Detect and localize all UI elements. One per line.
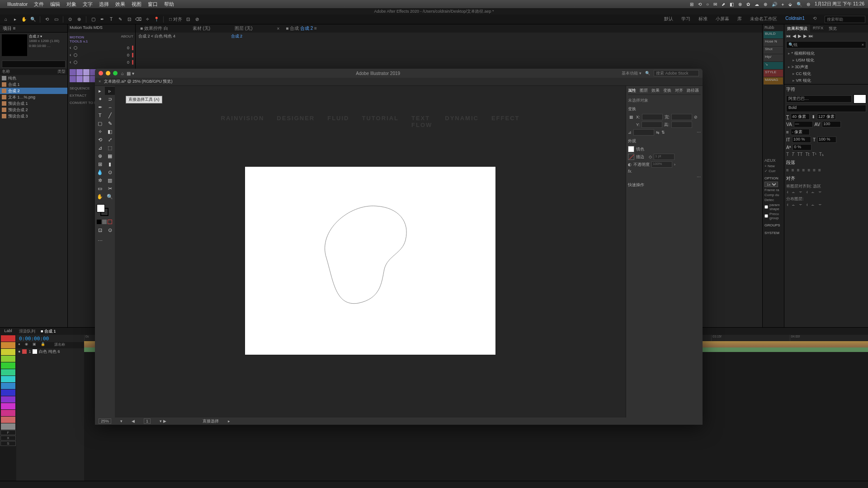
effect-group[interactable]: * 模糊和锐化 <box>784 50 868 57</box>
prev-last-icon[interactable]: ⏭ <box>809 33 813 38</box>
timeline-layer[interactable]: ●1 白色 纯色 6 <box>16 348 84 355</box>
color-mode-icon[interactable] <box>97 220 101 224</box>
col-name[interactable]: 名称 <box>2 69 10 75</box>
selection-tool-icon[interactable]: ▸ <box>95 87 105 95</box>
zoom-traffic-light[interactable] <box>113 71 118 75</box>
status-icon[interactable]: ✉ <box>713 2 717 7</box>
pen-tool-icon[interactable]: ✒ <box>95 103 105 111</box>
ease-handle[interactable] <box>74 61 77 64</box>
effect-item[interactable]: USM 锐化 <box>784 57 868 64</box>
labels-tab[interactable]: Labl <box>0 328 16 335</box>
font-weight[interactable]: Bold <box>786 105 866 112</box>
edit-toolbar-icon[interactable]: ⋯ <box>95 237 105 245</box>
line-tool-icon[interactable]: ╱ <box>105 111 115 119</box>
label-color[interactable] <box>1 335 15 342</box>
menu-select[interactable]: 选择 <box>99 1 109 8</box>
stroke-weight[interactable]: 1 pt <box>654 154 675 160</box>
blob-path[interactable] <box>308 199 417 312</box>
direct-selection-tool-icon[interactable]: ▹直接选择工具 (A) <box>105 87 115 95</box>
slice-icon[interactable]: ✂ <box>105 184 115 192</box>
project-search[interactable] <box>2 61 66 68</box>
type-tool-icon[interactable]: T <box>108 16 114 23</box>
scale-icon[interactable]: ⤢ <box>105 136 115 144</box>
eraser-tool-icon[interactable]: ⌫ <box>135 16 142 23</box>
fill-swatch[interactable] <box>628 146 634 152</box>
camera-icon[interactable]: ▭ <box>53 16 59 23</box>
zoom-tool-icon[interactable]: 🔍 <box>105 192 115 201</box>
rtfx-tab[interactable]: RTFX <box>810 24 826 33</box>
footage-tab[interactable]: 素材 (无) <box>190 24 213 33</box>
label-color[interactable] <box>1 403 15 409</box>
roto-tool-icon[interactable]: ✧ <box>144 16 151 23</box>
clone-tool-icon[interactable]: ⊡ <box>126 16 132 23</box>
stroke-width[interactable]: - 像素 <box>791 129 810 135</box>
status-icon[interactable]: ○ <box>706 2 709 7</box>
baseline[interactable]: 0 % <box>793 144 811 150</box>
sync-icon[interactable]: ⟲ <box>813 16 816 23</box>
effects-presets-tab[interactable]: 效果和预设 <box>784 24 810 33</box>
menu-help[interactable]: 帮助 <box>164 1 174 8</box>
menu-file[interactable]: 文件 <box>34 1 44 8</box>
none-mode-icon[interactable] <box>108 220 112 224</box>
status-icon[interactable]: ☁ <box>755 2 759 7</box>
comp-flowchart[interactable]: 合成 2 <box>231 34 243 38</box>
align-tab[interactable]: 对齐 <box>675 88 683 94</box>
aeux-curr[interactable]: ✓ Curr <box>763 169 784 174</box>
label-color[interactable] <box>1 342 15 348</box>
mt-about[interactable]: ABOUT <box>121 34 133 38</box>
font-family[interactable]: 阿里巴巴… <box>786 95 852 103</box>
blend-icon[interactable]: ⊙ <box>105 168 115 176</box>
aeux-param-check[interactable] <box>764 205 768 209</box>
stroke-swatch[interactable] <box>628 154 634 160</box>
workspace-unnamed[interactable]: 未命名工作区 <box>750 16 777 23</box>
menu-view[interactable]: 视图 <box>132 1 142 8</box>
workspace-small[interactable]: 小屏幕 <box>716 16 729 23</box>
ai-canvas[interactable]: RAINVISION DESIGNER FLUID TUTORIAL TEXT … <box>115 86 626 418</box>
artboard-tool-icon[interactable]: ▭ <box>95 184 105 192</box>
effects-tab[interactable]: 效果 <box>651 88 660 94</box>
prev-prev-icon[interactable]: ◀ <box>793 33 796 38</box>
font-size[interactable]: 40 像素 <box>791 113 810 120</box>
hscale[interactable]: 100 % <box>817 136 836 143</box>
faux-styles[interactable]: TTTTTtT¹T₁ <box>786 152 866 157</box>
app-menu[interactable]: Illustrator <box>7 1 28 7</box>
zoom-tool-icon[interactable]: 🔍 <box>30 16 36 23</box>
rh-build[interactable]: BUILD <box>764 31 783 38</box>
close-traffic-light[interactable] <box>99 71 103 75</box>
eraser-icon[interactable]: ◧ <box>105 127 115 136</box>
effects-search[interactable]: 🔍 锐× <box>786 41 866 48</box>
type-tool-icon[interactable]: T <box>95 111 105 119</box>
link-icon[interactable]: ⊘ <box>694 115 698 119</box>
fill-swatch[interactable] <box>854 94 866 103</box>
menu-edit[interactable]: 编辑 <box>50 1 60 8</box>
flip-v-icon[interactable]: ⇅ <box>661 130 665 135</box>
flip-h-icon[interactable]: ⇋ <box>656 130 660 135</box>
eyedropper-icon[interactable]: 💧 <box>95 168 105 176</box>
stock-search[interactable] <box>654 70 699 76</box>
kerning[interactable]: — <box>794 121 813 127</box>
close-icon[interactable]: × <box>99 79 101 84</box>
label-color[interactable] <box>1 423 15 430</box>
magic-wand-icon[interactable]: ✦ <box>95 95 105 103</box>
curvature-icon[interactable]: ⌢ <box>105 103 115 111</box>
w-field[interactable] <box>671 114 692 120</box>
label-color[interactable] <box>1 376 15 382</box>
h-field[interactable] <box>671 122 692 128</box>
label-color[interactable] <box>1 410 15 416</box>
vscale[interactable]: 100 % <box>792 136 811 143</box>
col-type[interactable]: 类型 <box>57 69 66 75</box>
effect-group[interactable]: > 3D声道 <box>784 64 868 70</box>
ai-titlebar[interactable]: ⌂ ▦ ▾ Adobe Illustrator 2019 基本功能 ▾ 🔍 <box>95 69 703 78</box>
orbit-icon[interactable]: ⟲ <box>44 16 50 23</box>
label-color[interactable] <box>1 417 15 423</box>
workspace-learn[interactable]: 学习 <box>681 16 690 23</box>
hand-tool-icon[interactable]: ✋ <box>21 16 27 23</box>
free-transform-icon[interactable]: ⬚ <box>105 144 115 152</box>
para-align[interactable]: ≡≡≡≡≡≡≡ <box>786 168 866 173</box>
home-icon[interactable]: ⌂ <box>121 71 124 76</box>
timeline-comp-tab[interactable]: ■ 合成 1 <box>38 328 58 335</box>
arrange-icon[interactable]: ▦ ▾ <box>127 71 134 76</box>
rotate-tool-icon[interactable]: ⟲ <box>95 136 105 144</box>
project-item[interactable]: 预设合成 2 <box>0 107 67 113</box>
status-icon[interactable]: 🔊 <box>772 2 777 7</box>
